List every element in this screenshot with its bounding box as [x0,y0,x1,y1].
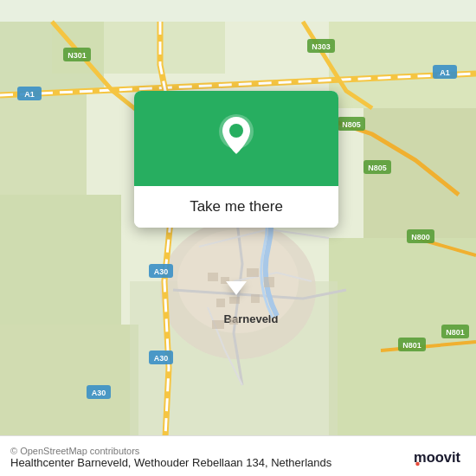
svg-text:A30: A30 [154,267,169,276]
moovit-logo-svg: moovit [414,443,466,469]
svg-text:A30: A30 [154,354,169,363]
svg-text:N805: N805 [368,164,387,172]
popup-card: Take me there [134,91,338,228]
svg-rect-43 [251,294,260,303]
copyright-text: © OpenStreetMap contributors [10,446,331,456]
map-container: A1 A1 A30 A30 A30 N301 N303 N805 N805 N8… [0,0,476,476]
svg-rect-42 [229,297,240,304]
svg-text:N303: N303 [312,42,331,51]
bottom-info: © OpenStreetMap contributors Healthcente… [10,444,331,469]
svg-rect-37 [208,273,218,281]
svg-rect-40 [264,277,274,287]
address-text: Healthcenter Barneveld, Wethouder Rebell… [10,456,331,469]
popup-green-area [134,91,338,186]
svg-text:N801: N801 [402,341,421,350]
svg-text:N800: N800 [411,233,430,241]
svg-text:N301: N301 [68,51,87,60]
svg-rect-45 [229,318,238,325]
svg-text:A1: A1 [440,68,450,77]
svg-text:A30: A30 [92,389,106,397]
svg-rect-41 [216,299,225,307]
svg-point-49 [415,462,420,466]
location-pin-icon [215,113,258,164]
svg-rect-3 [0,195,121,325]
svg-text:N801: N801 [446,328,465,337]
moovit-logo: moovit [414,443,466,469]
svg-text:moovit: moovit [414,449,461,465]
svg-rect-2 [0,91,87,195]
map-background: A1 A1 A30 A30 A30 N301 N303 N805 N805 N8… [0,0,476,476]
svg-rect-44 [212,320,224,329]
bottom-bar: © OpenStreetMap contributors Healthcente… [0,435,476,476]
take-me-there-button[interactable]: Take me there [134,186,338,228]
svg-text:A1: A1 [24,90,35,99]
popup-tail [226,281,247,295]
svg-text:N805: N805 [342,120,361,129]
svg-rect-39 [247,268,259,277]
svg-point-47 [229,124,243,138]
